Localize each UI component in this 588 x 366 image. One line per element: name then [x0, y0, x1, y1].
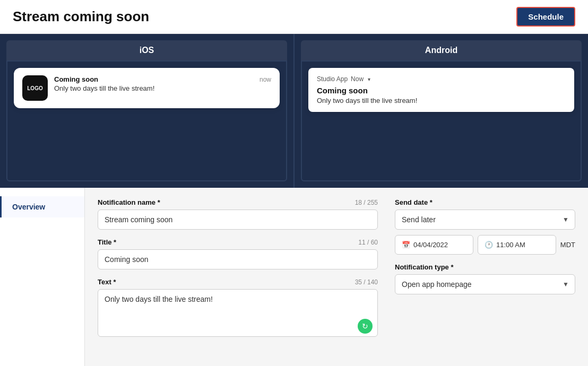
- android-column-title: Android: [301, 40, 582, 60]
- main-content: Overview Notification name * 18 / 255 Ti…: [0, 188, 588, 366]
- android-notification-message: Only two days till the live stream!: [317, 97, 566, 104]
- text-label: Text *: [98, 278, 116, 286]
- send-date-label: Send date *: [395, 198, 433, 206]
- notification-type-select-wrapper: Open app homepage Open specific page Ope…: [395, 274, 575, 294]
- android-phone-area: Studio App Now ▾ Coming soon Only two da…: [301, 60, 582, 181]
- notification-name-label: Notification name *: [98, 198, 160, 206]
- notification-type-label: Notification type *: [395, 263, 454, 271]
- ios-notification-message: Only two days till the live stream!: [54, 84, 271, 92]
- android-notification-card: Studio App Now ▾ Coming soon Only two da…: [308, 68, 574, 112]
- text-field-group: Text * 35 / 140 Only two days till the l…: [98, 278, 378, 339]
- ios-notification-card: LOGO Coming soon now Only two days till …: [14, 68, 280, 108]
- notification-type-select[interactable]: Open app homepage Open specific page Ope…: [395, 274, 575, 294]
- ios-column-title: iOS: [6, 40, 287, 60]
- ios-notification-content: Coming soon now Only two days till the l…: [54, 75, 271, 92]
- notification-name-input[interactable]: [98, 210, 378, 230]
- send-date-label-row: Send date *: [395, 198, 575, 206]
- ios-phone-area: LOGO Coming soon now Only two days till …: [6, 60, 287, 181]
- preview-area: iOS LOGO Coming soon now Only two days t…: [0, 34, 588, 188]
- text-count: 35 / 140: [355, 278, 378, 286]
- title-field-group: Title * 11 / 60: [98, 238, 378, 269]
- android-dropdown-icon: ▾: [368, 76, 370, 82]
- ios-preview-column: iOS LOGO Coming soon now Only two days t…: [6, 34, 287, 188]
- sidebar: Overview: [0, 188, 85, 366]
- android-time-label: Now: [351, 75, 364, 83]
- send-date-field-group: Send date * Send later Send now Schedule…: [395, 198, 575, 255]
- time-field: 🕐 11:00 AM: [478, 235, 556, 255]
- send-date-select[interactable]: Send later Send now Schedule: [395, 210, 575, 230]
- ios-app-logo: LOGO: [22, 75, 48, 101]
- page-title: Stream coming soon: [13, 8, 149, 25]
- android-notification-title: Coming soon: [317, 86, 566, 95]
- text-label-row: Text * 35 / 140: [98, 278, 378, 286]
- android-notification-header: Studio App Now ▾: [317, 75, 566, 83]
- android-preview-column: Android Studio App Now ▾ Coming soon Onl…: [301, 34, 582, 188]
- form-area: Notification name * 18 / 255 Title * 11 …: [85, 188, 588, 366]
- android-app-name: Studio App: [317, 75, 348, 83]
- title-input[interactable]: [98, 249, 378, 269]
- sidebar-item-overview[interactable]: Overview: [0, 196, 84, 217]
- title-label: Title *: [98, 238, 116, 246]
- notification-name-count: 18 / 255: [355, 199, 378, 206]
- schedule-button[interactable]: Schedule: [516, 7, 575, 27]
- clock-icon: 🕐: [485, 241, 493, 249]
- notification-type-field-group: Notification type * Open app homepage Op…: [395, 263, 575, 294]
- notification-name-field-group: Notification name * 18 / 255: [98, 198, 378, 230]
- title-label-row: Title * 11 / 60: [98, 238, 378, 246]
- send-date-time-row: 📅 04/04/2022 🕐 11:00 AM MDT: [395, 235, 575, 255]
- preview-divider: [293, 34, 295, 188]
- date-field: 📅 04/04/2022: [395, 235, 473, 255]
- notification-type-label-row: Notification type *: [395, 263, 575, 271]
- ios-app-name: Coming soon: [54, 75, 98, 83]
- date-value: 04/04/2022: [413, 241, 448, 249]
- header: Stream coming soon Schedule: [0, 0, 588, 34]
- time-value: 11:00 AM: [496, 241, 525, 249]
- notification-name-label-row: Notification name * 18 / 255: [98, 198, 378, 206]
- calendar-icon: 📅: [402, 241, 410, 249]
- text-area-wrapper: Only two days till the live stream! ↻: [98, 289, 378, 339]
- ios-notification-top: Coming soon now: [54, 75, 271, 83]
- form-right: Send date * Send later Send now Schedule…: [395, 198, 575, 355]
- timezone-label: MDT: [560, 241, 575, 249]
- title-count: 11 / 60: [358, 239, 378, 246]
- ios-notification-time: now: [260, 76, 271, 83]
- send-date-select-wrapper: Send later Send now Schedule ▼: [395, 210, 575, 230]
- text-input[interactable]: Only two days till the live stream!: [98, 289, 378, 337]
- form-left: Notification name * 18 / 255 Title * 11 …: [98, 198, 378, 355]
- refresh-icon[interactable]: ↻: [358, 319, 373, 334]
